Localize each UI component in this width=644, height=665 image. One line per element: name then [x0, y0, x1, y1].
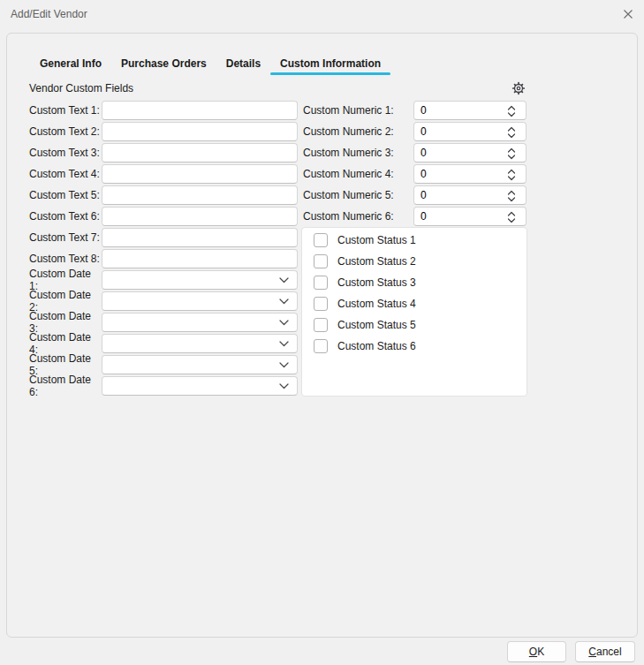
- right-form-column: Custom Numeric 1: Custom Numeric 2: Cust…: [303, 101, 527, 226]
- form-row: Custom Text 2:: [29, 122, 298, 141]
- field-label: Custom Text 1:: [29, 104, 102, 117]
- custom-date-2-select[interactable]: [102, 291, 298, 311]
- checkbox-label: Custom Status 4: [337, 298, 416, 310]
- custom-numeric-5-spinbox: [413, 185, 527, 205]
- spin-up-down-icon[interactable]: [506, 168, 517, 182]
- form-row: Custom Date 5:: [29, 355, 298, 374]
- form-row: Custom Text 1:: [29, 101, 298, 120]
- chevron-down-icon: [279, 320, 289, 326]
- form-row: Custom Date 4:: [29, 334, 298, 353]
- ok-button[interactable]: OK: [507, 641, 566, 662]
- custom-status-4-checkbox[interactable]: [314, 297, 328, 311]
- custom-text-8-input[interactable]: [102, 249, 298, 268]
- custom-text-2-input[interactable]: [102, 122, 298, 141]
- custom-date-4-select[interactable]: [102, 334, 298, 353]
- custom-date-6-select[interactable]: [102, 376, 298, 396]
- spin-up-down-icon[interactable]: [506, 210, 517, 224]
- field-label: Custom Text 7:: [29, 231, 102, 244]
- custom-numeric-3-input[interactable]: [414, 145, 494, 161]
- custom-date-1-select[interactable]: [102, 270, 298, 290]
- settings-gear-button[interactable]: [511, 80, 527, 96]
- form-row: Custom Numeric 4:: [303, 164, 527, 184]
- field-label: Custom Numeric 6:: [303, 210, 413, 223]
- form-row: Custom Numeric 5:: [303, 185, 527, 205]
- ok-button-label: O: [529, 646, 537, 658]
- custom-text-6-input[interactable]: [102, 207, 298, 226]
- spin-up-down-icon[interactable]: [506, 189, 517, 203]
- field-label: Custom Numeric 4:: [303, 168, 413, 180]
- tab-custom-information[interactable]: Custom Information: [270, 55, 390, 73]
- form-row: Custom Date 6:: [29, 376, 298, 396]
- custom-numeric-5-input[interactable]: [414, 187, 494, 203]
- spin-up-down-icon[interactable]: [506, 147, 517, 161]
- checkbox-label: Custom Status 5: [337, 319, 416, 331]
- custom-numeric-1-input[interactable]: [414, 102, 494, 118]
- section-heading: Vendor Custom Fields: [29, 82, 133, 94]
- custom-status-3-checkbox[interactable]: [314, 276, 328, 290]
- field-label: Custom Numeric 1:: [303, 104, 413, 117]
- form-row: Custom Numeric 1:: [303, 101, 527, 120]
- cancel-button-label: C: [588, 646, 596, 658]
- form-row: Custom Date 2:: [29, 291, 298, 311]
- checkbox-row: Custom Status 4: [314, 297, 527, 311]
- ok-button-label-rest: K: [537, 646, 544, 658]
- chevron-down-icon: [279, 362, 289, 368]
- custom-text-5-input[interactable]: [102, 185, 298, 205]
- custom-numeric-3-spinbox: [413, 143, 527, 162]
- custom-numeric-4-spinbox: [413, 164, 527, 184]
- add-edit-vendor-dialog: Add/Edit Vendor General Info Purchase Or…: [0, 0, 644, 665]
- checkbox-row: Custom Status 2: [314, 254, 527, 268]
- chevron-down-icon: [279, 298, 289, 305]
- close-button[interactable]: [618, 4, 638, 24]
- field-label: Custom Date 6:: [29, 374, 102, 398]
- checkbox-row: Custom Status 3: [314, 276, 527, 290]
- field-label: Custom Text 4:: [29, 168, 102, 180]
- left-form-column: Custom Text 1: Custom Text 2: Custom Tex…: [29, 101, 298, 396]
- field-label: Custom Text 5:: [29, 189, 102, 201]
- field-label: Custom Text 6:: [29, 210, 102, 223]
- custom-numeric-2-spinbox: [413, 122, 527, 141]
- custom-text-1-input[interactable]: [102, 101, 298, 120]
- field-label: Custom Numeric 2:: [303, 125, 413, 138]
- custom-status-6-checkbox[interactable]: [314, 339, 328, 353]
- custom-numeric-4-input[interactable]: [414, 166, 494, 182]
- form-row: Custom Numeric 6:: [303, 207, 527, 226]
- form-row: Custom Text 8:: [29, 249, 298, 268]
- checkbox-row: Custom Status 1: [314, 233, 527, 247]
- title-bar: Add/Edit Vendor: [0, 0, 644, 28]
- checkbox-label: Custom Status 3: [337, 276, 416, 289]
- field-label: Custom Text 2:: [29, 125, 102, 138]
- form-row: Custom Date 1:: [29, 270, 298, 290]
- custom-text-4-input[interactable]: [102, 164, 298, 184]
- custom-text-7-input[interactable]: [102, 228, 298, 247]
- form-row: Custom Numeric 2:: [303, 122, 527, 141]
- tab-general-info[interactable]: General Info: [30, 55, 111, 73]
- custom-text-3-input[interactable]: [102, 143, 298, 162]
- custom-date-5-select[interactable]: [102, 355, 298, 374]
- tab-bar: General Info Purchase Orders Details Cus…: [30, 55, 390, 73]
- tab-details[interactable]: Details: [216, 55, 270, 73]
- checkbox-row: Custom Status 6: [314, 339, 527, 353]
- custom-status-1-checkbox[interactable]: [314, 233, 328, 247]
- form-row: Custom Date 3:: [29, 313, 298, 332]
- spin-up-down-icon[interactable]: [506, 104, 517, 118]
- custom-status-panel: Custom Status 1 Custom Status 2 Custom S…: [301, 227, 527, 397]
- checkbox-row: Custom Status 5: [314, 318, 527, 332]
- form-row: Custom Numeric 3:: [303, 143, 527, 162]
- custom-numeric-1-spinbox: [413, 101, 527, 120]
- custom-numeric-2-input[interactable]: [414, 124, 494, 140]
- custom-status-5-checkbox[interactable]: [314, 318, 328, 332]
- spin-up-down-icon[interactable]: [506, 125, 517, 140]
- custom-date-3-select[interactable]: [102, 313, 298, 332]
- custom-numeric-6-input[interactable]: [414, 208, 494, 224]
- custom-numeric-6-spinbox: [413, 207, 527, 226]
- form-row: Custom Text 7:: [29, 228, 298, 247]
- checkbox-label: Custom Status 1: [337, 234, 416, 246]
- cancel-button-label-rest: ancel: [596, 646, 622, 658]
- custom-status-2-checkbox[interactable]: [314, 254, 328, 268]
- window-title: Add/Edit Vendor: [11, 8, 87, 20]
- cancel-button[interactable]: Cancel: [575, 641, 635, 662]
- content-panel: General Info Purchase Orders Details Cus…: [6, 33, 638, 638]
- tab-purchase-orders[interactable]: Purchase Orders: [111, 55, 216, 73]
- field-label: Custom Numeric 3:: [303, 147, 413, 159]
